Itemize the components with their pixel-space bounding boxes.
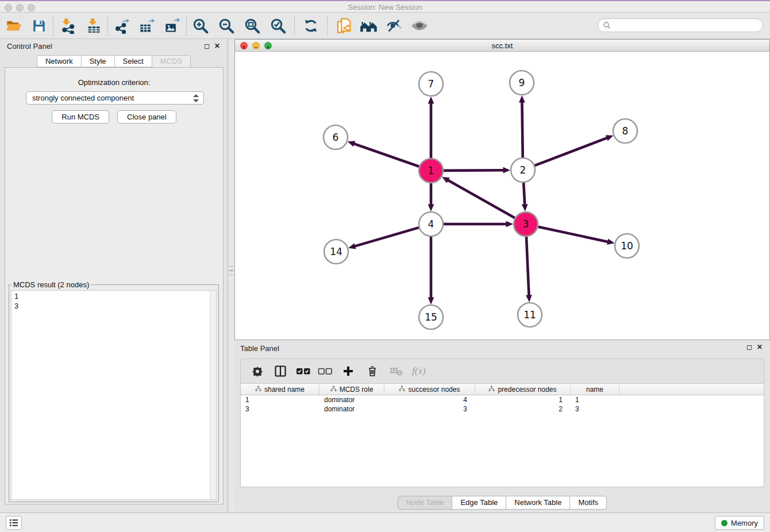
close-panel-button[interactable]: Close panel [117, 110, 176, 124]
graph-edge-2-3[interactable] [523, 183, 525, 207]
scrollbar[interactable] [210, 291, 216, 499]
graph-edge-4-14[interactable] [353, 228, 419, 246]
zoom-in-button[interactable] [191, 16, 210, 36]
graph-edge-3-11[interactable] [526, 237, 529, 298]
table-cell[interactable]: 3 [384, 404, 475, 414]
zoom-fit-icon [244, 17, 261, 34]
run-mcds-button[interactable]: Run MCDS [52, 110, 109, 124]
edge-arrowhead-icon [428, 298, 434, 305]
select-stepper-icon [193, 94, 199, 103]
tab-motifs[interactable]: Motifs [569, 496, 607, 510]
column-header-predecessor-nodes[interactable]: predecessor nodes [475, 384, 571, 395]
export-network-button[interactable] [113, 16, 131, 36]
export-image-button[interactable] [163, 16, 182, 36]
zoom-fit-button[interactable] [243, 16, 261, 36]
graph-node-label: 3 [523, 218, 529, 230]
graph-edge-1-6[interactable] [352, 143, 419, 167]
network-window-titlebar[interactable]: scc.txt [235, 40, 769, 52]
vertical-splitter[interactable] [228, 39, 234, 512]
graph-edge-2-9[interactable] [522, 100, 522, 157]
tab-edge-table[interactable]: Edge Table [452, 496, 506, 510]
gear-button[interactable] [248, 362, 267, 380]
tab-network-table[interactable]: Network Table [506, 496, 569, 510]
tab-network[interactable]: Network [37, 55, 81, 67]
hide-selected-icon [386, 18, 403, 34]
edge-arrowhead-icon [348, 243, 356, 249]
network-graph: 7968124314101511 [235, 52, 769, 340]
share-network-button[interactable] [334, 16, 353, 36]
network-canvas[interactable]: 7968124314101511 [235, 52, 769, 340]
tab-mcds[interactable]: MCDS [152, 55, 191, 67]
hide-selected-button[interactable] [385, 16, 403, 36]
unselect-all-columns-button[interactable] [315, 362, 335, 380]
export-table-button[interactable] [138, 16, 156, 36]
task-history-button[interactable] [6, 516, 22, 530]
control-panel-title: Control Panel [7, 42, 52, 51]
close-panel-icon[interactable]: ✕ [214, 43, 221, 49]
zoom-in-icon [192, 17, 209, 34]
column-header-name[interactable]: name [571, 384, 619, 395]
column-header-successor-nodes[interactable]: successor nodes [384, 384, 475, 395]
tab-style[interactable]: Style [81, 55, 114, 67]
tab-node-table[interactable]: Node Table [398, 496, 452, 510]
split-columns-button[interactable] [271, 362, 290, 380]
search-box[interactable] [598, 18, 763, 32]
select-all-columns-button[interactable] [294, 362, 313, 380]
table-panel: Table Panel ◻ ✕ [234, 340, 770, 512]
delete-table-button[interactable] [387, 362, 406, 380]
attribute-type-icon [399, 385, 405, 394]
edge-arrowhead-icon [503, 167, 510, 174]
float-panel-icon[interactable]: ◻ [203, 43, 210, 49]
zoom-selected-button[interactable] [269, 16, 287, 36]
delete-column-button[interactable] [363, 362, 382, 380]
table-cell[interactable]: dominator [319, 395, 384, 404]
app-titlebar: Session: New Session [0, 0, 770, 13]
table-row[interactable]: 1dominator411 [241, 395, 764, 404]
table-cell[interactable]: 3 [571, 404, 619, 414]
column-header-MCDS-role[interactable]: MCDS role [319, 384, 384, 395]
unselect-all-columns-icon [318, 367, 333, 376]
graph-node-label: 4 [428, 218, 434, 230]
zoom-out-button[interactable] [217, 16, 236, 36]
share-network-icon [335, 17, 352, 34]
table-cell[interactable]: 1 [241, 395, 319, 404]
memory-button[interactable]: Memory [715, 516, 764, 530]
table-cell[interactable]: 4 [384, 395, 475, 404]
home-networks-button[interactable] [360, 16, 378, 36]
graph-edge-3-1[interactable] [446, 179, 515, 218]
import-table-icon [86, 18, 102, 34]
export-table-icon [139, 18, 155, 34]
splitter-grip-icon [229, 266, 233, 275]
column-header-shared-name[interactable]: shared name [241, 384, 319, 395]
import-network-button[interactable] [58, 16, 76, 36]
function-builder-icon[interactable]: f(x) [412, 365, 426, 377]
tab-select[interactable]: Select [114, 55, 152, 67]
graph-edge-2-8[interactable] [535, 137, 609, 165]
mcds-result-group: MCDS result (2 nodes) 13 [9, 284, 219, 502]
graph-edge-1-2[interactable] [444, 170, 506, 171]
export-network-icon [114, 18, 130, 34]
import-table-button[interactable] [84, 16, 103, 36]
add-column-button[interactable] [338, 362, 358, 380]
open-session-button[interactable] [5, 16, 23, 36]
show-all-button[interactable] [410, 16, 429, 36]
table-cell[interactable]: 3 [241, 404, 319, 414]
table-cell[interactable]: 1 [571, 395, 619, 404]
table-row[interactable]: 3dominator323 [241, 404, 764, 414]
table-cell[interactable]: 1 [475, 395, 571, 404]
float-table-panel-icon[interactable]: ◻ [746, 344, 753, 350]
graph-edge-3-10[interactable] [538, 227, 610, 242]
close-table-panel-icon[interactable]: ✕ [756, 344, 763, 350]
save-session-button[interactable] [30, 16, 48, 36]
search-input[interactable] [611, 20, 763, 31]
table-cell[interactable]: dominator [319, 404, 384, 414]
criterion-value: strongly connected component [32, 94, 134, 102]
mcds-result-textarea[interactable]: 13 [11, 290, 217, 500]
memory-label: Memory [731, 519, 758, 527]
criterion-select[interactable]: strongly connected component [26, 91, 204, 105]
table-cell[interactable]: 2 [475, 404, 571, 414]
network-window-title: scc.txt [235, 41, 769, 50]
edge-arrowhead-icon [519, 95, 525, 103]
table-panel-title: Table Panel [240, 344, 279, 353]
refresh-button[interactable] [302, 16, 320, 36]
